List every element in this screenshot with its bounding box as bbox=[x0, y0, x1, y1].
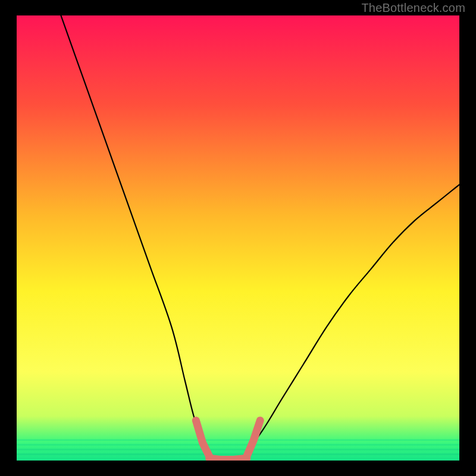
highlight-bottom bbox=[209, 458, 247, 459]
watermark-text: TheBottleneck.com bbox=[361, 1, 465, 15]
gradient-background bbox=[17, 15, 459, 461]
chart-frame: TheBottleneck.com bbox=[0, 0, 476, 476]
bottleneck-plot bbox=[17, 15, 459, 461]
svg-rect-3 bbox=[17, 453, 459, 455]
svg-rect-0 bbox=[17, 439, 459, 441]
svg-rect-1 bbox=[17, 444, 459, 446]
svg-rect-2 bbox=[17, 449, 459, 450]
